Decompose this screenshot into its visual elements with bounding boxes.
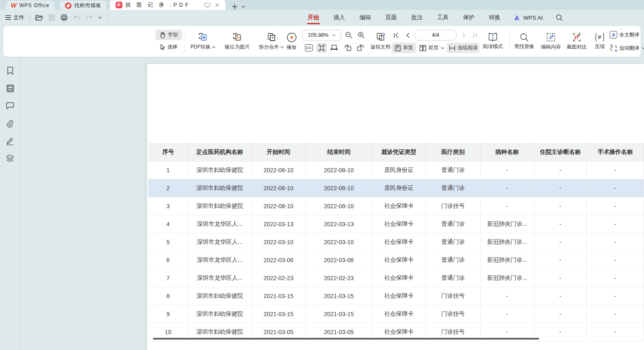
full-translate-label: 全文翻译 (619, 31, 639, 38)
zoom-out-button[interactable] (343, 30, 354, 41)
table-cell: - (534, 269, 587, 287)
menu-item[interactable]: 插入 (333, 10, 346, 25)
table-cell: 新冠肺炎门诊... (481, 251, 534, 269)
table-cell: 居民身份证 (373, 161, 426, 179)
ribbon-search-icon[interactable] (556, 14, 563, 21)
menu-item[interactable]: 保护 (462, 10, 475, 25)
last-page-button[interactable] (469, 30, 479, 41)
find-replace-label: 查找替换 (514, 43, 534, 50)
table-cell: 2022-08-10 (306, 197, 373, 215)
pdf-convert-label: PDF转换 (190, 43, 210, 51)
wps-ai-button[interactable]: WPS AI (514, 15, 543, 21)
split-merge-label: 拆分合并 (259, 43, 279, 51)
tab-wps-office[interactable]: W WPS Office (6, 1, 54, 10)
undo-history-chevron-icon[interactable] (98, 16, 102, 19)
table-header-cell: 医疗类别 (426, 143, 481, 161)
zoom-in-button[interactable] (356, 30, 367, 41)
table-cell: - (587, 179, 644, 197)
select-tool-button[interactable]: 选择 (155, 42, 182, 52)
redo-icon[interactable] (86, 15, 93, 20)
new-tab-icon[interactable] (231, 3, 238, 10)
sign-pen-icon[interactable] (5, 135, 15, 146)
table-cell: 2022-08-10 (251, 179, 306, 197)
menu-item[interactable]: 转换 (488, 10, 501, 25)
bookmark-icon[interactable] (5, 65, 15, 76)
menu-item[interactable]: 编辑 (359, 10, 372, 25)
zoom-level-select[interactable]: 105.88% (302, 30, 341, 41)
rotate-document-button[interactable]: 旋转文档 (367, 28, 394, 54)
table-horizontal-scrollbar[interactable] (153, 338, 539, 340)
compress-button[interactable]: 压缩 (591, 28, 609, 54)
menu-item[interactable]: 页面 (385, 10, 398, 25)
table-cell: 1 (148, 161, 188, 179)
close-tab-icon[interactable] (215, 3, 220, 8)
actual-size-button[interactable]: 1:1 (304, 43, 314, 53)
wps-ai-label: WPS AI (523, 15, 543, 21)
wps-logo-icon: W (11, 2, 16, 9)
table-header-cell: 定点医药机构名称 (188, 143, 252, 161)
read-mode-button[interactable]: 阅读模式 (480, 28, 505, 54)
menu-item[interactable]: 开始 (307, 10, 320, 25)
table-header-cell: 结束时间 (306, 143, 373, 161)
double-page-view-button[interactable]: 双页 (418, 43, 445, 53)
single-page-view-button[interactable]: 单页 (392, 43, 416, 53)
first-page-button[interactable] (391, 30, 401, 41)
attachment-icon[interactable] (5, 118, 15, 129)
table-cell: 2022-08-10 (251, 161, 306, 179)
rotate-right-button[interactable] (355, 43, 366, 53)
table-cell: - (534, 215, 587, 233)
table-row: 1深圳市妇幼保健院2022-08-102022-08-10居民身份证普通门诊--… (148, 161, 644, 179)
layers-icon[interactable] (5, 153, 15, 164)
pdf-page[interactable]: 序号定点医药机构名称开始时间结束时间就诊凭证类型医疗类别病种名称住院主诊断名称手… (147, 64, 644, 350)
file-menu-label: 文件 (13, 14, 24, 21)
find-replace-button[interactable]: 查找替换 (511, 28, 537, 54)
tab-document-pdf[interactable]: P 就 医 记 录 .PDF (110, 0, 226, 10)
table-header-cell: 序号 (148, 143, 188, 161)
table-cell: - (481, 161, 534, 179)
menu-item[interactable]: 工具 (436, 10, 449, 25)
full-text-translate-button[interactable]: A 全文翻译 (610, 29, 644, 40)
previous-page-button[interactable] (403, 30, 413, 41)
table-cell: - (587, 215, 644, 233)
table-header-row: 序号定点医药机构名称开始时间结束时间就诊凭证类型医疗类别病种名称住院主诊断名称手… (148, 143, 644, 161)
docer-logo-icon (65, 3, 71, 9)
fit-width-button[interactable] (329, 43, 340, 53)
table-cell: - (481, 197, 534, 215)
pdf-convert-button[interactable]: PDF转换 (187, 28, 219, 54)
hand-tool-button[interactable]: 手型 (155, 30, 182, 40)
table-cell: 2021-03-15 (306, 287, 373, 305)
undo-icon[interactable] (73, 15, 80, 20)
continuous-reading-button[interactable]: 连续阅读 (447, 43, 479, 53)
edit-content-button[interactable]: 编辑内容 (538, 28, 564, 54)
table-cell: 门诊挂号 (426, 305, 481, 323)
tab-label: WPS Office (19, 3, 49, 8)
table-cell: 3 (148, 197, 188, 215)
open-file-icon[interactable] (35, 15, 43, 21)
tab-docer-templates[interactable]: 找稻壳模板 (60, 1, 106, 10)
word-translate-label: 划词翻译 (619, 45, 639, 52)
comment-icon[interactable] (5, 100, 15, 111)
table-cell: 社会保障卡 (373, 269, 426, 287)
table-cell: 深圳市妇幼保健院 (188, 161, 252, 179)
table-cell: 深圳市龙华区人... (188, 233, 252, 251)
save-icon[interactable] (48, 14, 55, 21)
file-menu-button[interactable]: 文件 (5, 14, 24, 21)
share-screen-icon[interactable] (204, 3, 210, 8)
fit-page-button[interactable] (316, 43, 327, 53)
tab-list-chevron-icon[interactable] (241, 5, 245, 8)
rotate-left-button[interactable] (342, 43, 353, 53)
table-cell: - (481, 287, 534, 305)
screenshot-compare-button[interactable]: 截图对比 (564, 28, 590, 54)
menu-item[interactable]: 批注 (411, 10, 423, 25)
word-translate-button[interactable]: 文 A 划词翻译 (610, 43, 644, 54)
table-cell: 新冠肺炎门诊... (481, 233, 534, 251)
print-icon[interactable] (61, 14, 68, 21)
thumbnail-image-icon[interactable] (5, 83, 15, 94)
menu-items: 开始插入编辑页面批注工具保护转换WPS AI (307, 10, 563, 25)
table-cell: 2022-03-13 (251, 215, 306, 233)
play-presentation-button[interactable]: 播放 (281, 28, 302, 54)
table-cell: - (534, 251, 587, 269)
export-as-image-button[interactable]: 输出为图片 (220, 28, 255, 54)
next-page-button[interactable] (459, 30, 469, 41)
page-number-input[interactable]: 4/4 (414, 30, 457, 41)
